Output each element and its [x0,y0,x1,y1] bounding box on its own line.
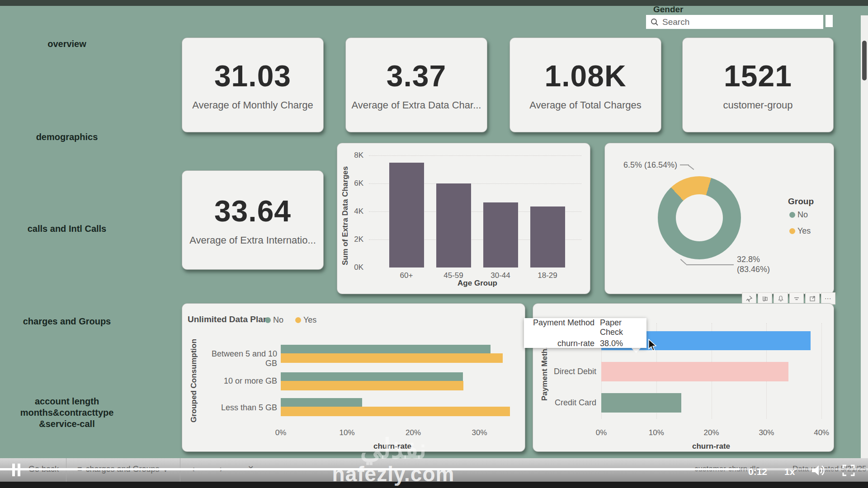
y-tick-label: 2K [344,235,363,244]
pause-icon [12,464,15,476]
sidebar-item-overview[interactable]: overview [47,38,86,50]
bar-Direct Debit[interactable] [601,362,788,381]
kpi-label: customer-group [723,99,793,111]
search-box[interactable]: Search [646,15,823,29]
mouse-cursor [648,339,659,353]
search-icon [651,18,659,26]
legend-item-no[interactable]: No [265,315,283,325]
legend-dot-no [789,212,795,218]
bar-yes-Less than 5 GB[interactable] [281,407,510,416]
unlimited-data-plan-chart[interactable]: Unlimited Data Plan No Yes Grouped Consu… [182,303,525,452]
y-tick-label: 0K [344,263,363,272]
x-tick-label: 10% [643,428,670,437]
y-tick-label: 4K [344,207,363,216]
dashboard-screen: overview demographics calls and Intl Cal… [0,0,868,488]
plan-chart-y-axis-label: Grouped Consumption [189,335,198,426]
kpi-label: Average of Total Charges [529,99,641,111]
more-options-icon[interactable]: ⋯ [821,292,835,305]
callout-line [688,164,694,170]
sidebar-item-calls[interactable]: calls and Intl Calls [28,223,107,235]
plan-chart-plot [281,342,518,419]
copy-icon[interactable] [758,292,772,305]
tooltip-value: 38.0% [600,339,644,348]
chart-title: Unlimited Data Plan [188,314,268,324]
x-tick-label: 0% [267,428,294,437]
pay-chart-x-axis-title: churn-rate [677,442,745,451]
tooltip-value: Paper Check [600,318,644,337]
y-category-label: 10 or more GB [200,376,277,386]
y-tick-label: 8K [344,151,363,160]
kpi-card-extra-international[interactable]: 33.64 Average of Extra Internatio... [182,170,324,270]
slicer-title: Gender [653,5,684,14]
kpi-value: 1521 [724,59,792,93]
bar-no-10 or more GB[interactable] [281,372,463,381]
filter-lines-icon[interactable] [789,292,804,305]
legend-item-yes[interactable]: Yes [789,226,811,236]
y-category-label: Direct Debit [542,367,596,376]
bar-60+[interactable] [389,163,424,268]
bar-18-29[interactable] [530,206,565,267]
donut-callout-yes: 6.5% (16.54%) [618,160,677,170]
kpi-value: 3.37 [387,59,446,93]
kpi-label: Average of Extra Internatio... [189,235,316,246]
kpi-card-extra-data-charge[interactable]: 3.37 Average of Extra Data Char... [345,38,487,132]
y-tick-label: 6K [344,179,363,188]
bar-yes-10 or more GB[interactable] [281,381,463,390]
age-chart-x-axis-title: Age Group [441,279,514,288]
kpi-card-customer-group[interactable]: 1521 customer-group [682,38,834,132]
sidebar-item-charges-groups[interactable]: charges and Groups [23,316,111,327]
age-chart-plot [369,155,581,267]
y-category-label: Less than 5 GB [200,403,277,413]
y-category-label: Between 5 and 10 GB [200,349,277,368]
focus-mode-icon[interactable] [805,292,820,305]
x-tick-label: 0% [588,428,615,437]
bar-no-Between 5 and 10 GB[interactable] [281,345,491,353]
kpi-value: 31.03 [214,59,291,93]
kpi-label: Average of Monthly Charge [192,99,313,111]
sidebar-item-demographics[interactable]: demographics [36,131,98,143]
bar-Credit Card[interactable] [601,393,681,413]
kpi-card-monthly-charge[interactable]: 31.03 Average of Monthly Charge [182,38,324,132]
x-tick-label: 40% [808,428,835,437]
tooltip-label: Payment Method [527,318,594,337]
legend-dot-yes [789,228,795,234]
search-placeholder[interactable]: Search [662,17,689,27]
watermark-word: نفذلي [312,433,475,465]
fullscreen-button[interactable] [842,464,855,479]
eraser-icon[interactable] [826,15,833,27]
kpi-value: 1.08K [544,59,626,93]
scrollbar-thumb[interactable] [862,41,867,80]
group-donut-chart[interactable]: 6.5% (16.54%) 32.8% (83.46%) Group No Ye… [604,143,834,294]
x-category-label: 45-59 [431,271,476,280]
x-category-label: 30-44 [478,271,523,280]
age-group-bar-chart[interactable]: Sum of Extra Data Charges Age Group 0K2K… [337,143,590,294]
pause-icon [18,464,20,476]
kpi-card-total-charges[interactable]: 1.08K Average of Total Charges [509,38,661,132]
pause-button[interactable] [12,464,20,476]
donut-callout-no: 32.8% (83.46%) [737,254,791,274]
watermark-domain: nafezly.com [312,462,475,486]
sidebar-item-account-length[interactable]: account length months&contracttype &serv… [20,396,114,430]
donut-hole [676,194,723,241]
gridline [369,155,581,156]
scrollbar-track[interactable] [861,15,868,458]
x-tick-label: 30% [753,428,780,437]
kpi-value: 33.64 [214,194,291,228]
bar-45-59[interactable] [436,183,471,267]
bar-no-Less than 5 GB[interactable] [281,398,362,407]
kpi-label: Average of Extra Data Char... [352,99,481,111]
legend-item-no[interactable]: No [789,210,808,220]
donut-legend-title: Group [788,197,814,206]
callout-line [686,264,734,265]
pin-icon[interactable] [742,292,756,305]
playback-speed-button[interactable]: 1x [784,466,795,477]
bar-yes-Between 5 and 10 GB[interactable] [281,353,503,363]
callout-line [680,259,687,265]
volume-button[interactable] [811,464,827,479]
video-time: 0:12 [748,466,767,477]
legend-item-yes[interactable]: Yes [295,315,316,325]
y-category-label: Credit Card [542,398,596,408]
alert-icon[interactable] [774,292,788,305]
x-tick-label: 20% [698,428,725,437]
bar-30-44[interactable] [483,202,518,267]
